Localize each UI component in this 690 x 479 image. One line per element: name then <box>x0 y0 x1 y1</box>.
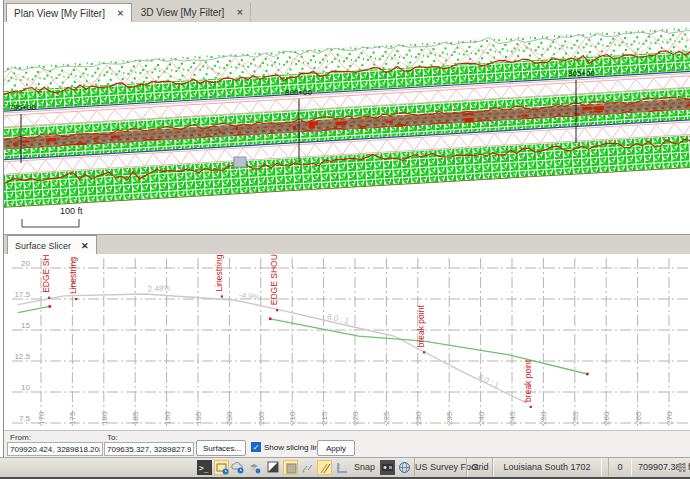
close-icon[interactable]: ✕ <box>236 8 243 17</box>
layers-icon[interactable] <box>247 460 262 475</box>
grid-toggle[interactable]: Grid <box>466 458 494 476</box>
surface-slicer-panel: Surface Slicer ✕ 17017518018519019520020… <box>4 233 690 458</box>
tab-3d-view[interactable]: 3D View [My Filter] ✕ <box>134 3 251 22</box>
workspace: Plan View [My Filter] ✕ 3D View [My Filt… <box>3 0 690 458</box>
slope-label: 2.48% <box>148 284 171 294</box>
slope-label: -4.9% <box>239 291 261 302</box>
show-slicing-line-label: Show slicing line <box>264 443 323 452</box>
y-tick-label: 12.5 <box>14 352 30 361</box>
coordinate-system[interactable]: Louisiana South 1702 <box>492 458 602 476</box>
annotation-label: Linestring 1 <box>214 254 224 292</box>
close-icon[interactable]: ✕ <box>117 9 124 18</box>
annotation-point <box>423 351 425 353</box>
cloud-sync-icon[interactable] <box>230 460 245 475</box>
annotation-label: break point <box>416 305 426 348</box>
corner-ruler-icon[interactable] <box>334 460 349 475</box>
tab-plan-view[interactable]: Plan View [My Filter] ✕ <box>6 3 132 23</box>
grip-icon[interactable] <box>675 460 690 475</box>
slash-lines-icon[interactable] <box>317 460 332 475</box>
slicer-toolbar: From: To: Surfaces... Show slicing line … <box>4 430 690 458</box>
annotation-point <box>276 309 278 311</box>
annotation-point <box>530 406 532 408</box>
station-label: 795+00 <box>9 103 36 112</box>
y-tick-label: 17.5 <box>14 290 30 299</box>
annotation-point <box>221 295 223 297</box>
surfaces-button[interactable]: Surfaces... <box>196 440 246 456</box>
plan-view-canvas[interactable]: 795+00800+00805+00100 ft <box>4 22 690 233</box>
vertex-marker <box>49 305 52 308</box>
selection-handle[interactable] <box>234 157 246 167</box>
annotation-label: EDGE SHC <box>41 254 51 293</box>
surface-slice-gray <box>18 294 527 403</box>
close-icon[interactable]: ✕ <box>81 241 89 251</box>
unit-setting[interactable]: US Survey Foot <box>414 458 468 476</box>
design-slice-green-left <box>18 306 50 312</box>
application-window: Plan View [My Filter] ✕ 3D View [My Filt… <box>0 0 690 479</box>
scale-bar <box>22 219 79 227</box>
to-input[interactable] <box>104 442 194 456</box>
annotation-label: Linestring <box>68 257 78 294</box>
status-bar: >_ Snap US Survey <box>0 457 690 477</box>
apply-button[interactable]: Apply <box>317 440 355 456</box>
design-slice-green <box>270 319 587 374</box>
globe-icon[interactable] <box>397 460 412 475</box>
slicer-cross-section-chart[interactable]: 1701751801851901952002052102152202252302… <box>4 254 690 433</box>
vertex-marker <box>586 373 589 376</box>
station-label: 800+00 <box>285 88 312 97</box>
y-tick-label: 15 <box>21 321 30 330</box>
annotation-label: EDGE SHOUL <box>269 254 279 305</box>
tab-3d-view-label: 3D View [My Filter] <box>141 7 225 18</box>
tab-surface-slicer[interactable]: Surface Slicer ✕ <box>7 235 97 255</box>
show-slicing-line-checkbox[interactable] <box>251 442 261 452</box>
snap-toggle[interactable]: Snap <box>354 458 375 476</box>
annotation-point <box>75 298 77 300</box>
y-tick-label: 10 <box>21 383 30 392</box>
station-label: 805+00 <box>568 69 595 78</box>
road-corridor <box>4 24 690 207</box>
view-tab-bar: Plan View [My Filter] ✕ 3D View [My Filt… <box>4 0 690 23</box>
from-input[interactable] <box>7 442 103 456</box>
measure-lines-icon[interactable] <box>300 460 315 475</box>
annotation-label: break point <box>523 359 533 402</box>
fill-square-icon[interactable] <box>283 460 298 475</box>
y-tick-label: 7.5 <box>19 414 31 423</box>
vertex-marker <box>269 318 272 321</box>
selection-count: 0 <box>608 458 632 476</box>
clip-history-icon[interactable] <box>214 460 229 475</box>
contrast-square-icon[interactable] <box>266 460 281 475</box>
tab-plan-view-label: Plan View [My Filter] <box>14 8 105 19</box>
video-capture-icon[interactable] <box>380 460 395 475</box>
command-console-icon[interactable]: >_ <box>197 460 212 475</box>
slicer-tab-bar: Surface Slicer ✕ <box>4 234 690 256</box>
scale-bar-label: 100 ft <box>60 206 83 216</box>
svg-text:>_: >_ <box>199 464 209 473</box>
from-label: From: <box>10 433 31 442</box>
annotation-point <box>48 297 50 299</box>
y-tick-label: 20 <box>21 259 30 268</box>
tab-surface-slicer-label: Surface Slicer <box>15 241 71 251</box>
to-label: To: <box>107 433 118 442</box>
